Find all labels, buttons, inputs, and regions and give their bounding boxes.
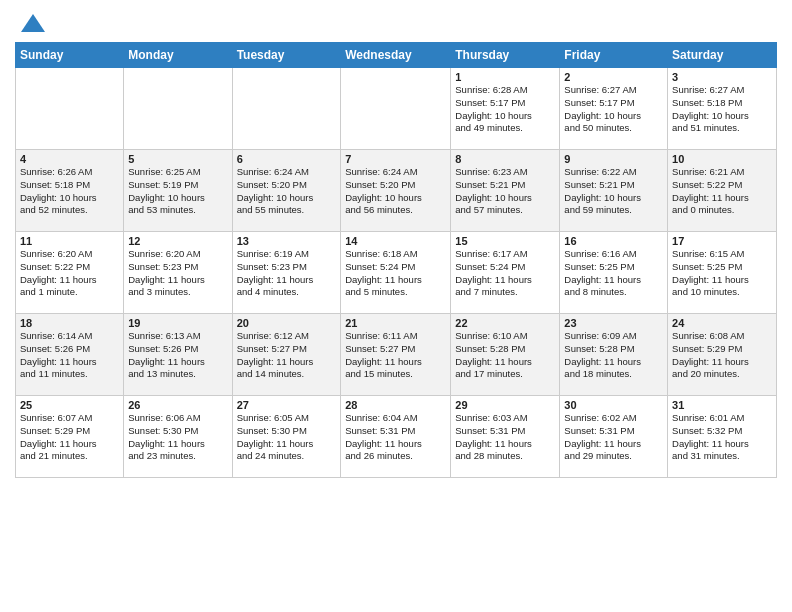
day-number: 15	[455, 235, 555, 247]
day-number: 17	[672, 235, 772, 247]
day-info: Sunrise: 6:03 AM Sunset: 5:31 PM Dayligh…	[455, 412, 555, 463]
day-number: 29	[455, 399, 555, 411]
weekday-header: Thursday	[451, 43, 560, 68]
day-info: Sunrise: 6:02 AM Sunset: 5:31 PM Dayligh…	[564, 412, 663, 463]
calendar-week-row: 18Sunrise: 6:14 AM Sunset: 5:26 PM Dayli…	[16, 314, 777, 396]
calendar-cell: 1Sunrise: 6:28 AM Sunset: 5:17 PM Daylig…	[451, 68, 560, 150]
calendar-cell: 8Sunrise: 6:23 AM Sunset: 5:21 PM Daylig…	[451, 150, 560, 232]
day-info: Sunrise: 6:09 AM Sunset: 5:28 PM Dayligh…	[564, 330, 663, 381]
day-number: 18	[20, 317, 119, 329]
day-number: 5	[128, 153, 227, 165]
logo-icon	[19, 10, 47, 38]
weekday-header: Wednesday	[341, 43, 451, 68]
calendar-cell: 31Sunrise: 6:01 AM Sunset: 5:32 PM Dayli…	[668, 396, 777, 478]
day-number: 24	[672, 317, 772, 329]
calendar-cell: 29Sunrise: 6:03 AM Sunset: 5:31 PM Dayli…	[451, 396, 560, 478]
day-number: 28	[345, 399, 446, 411]
day-number: 12	[128, 235, 227, 247]
calendar-cell: 2Sunrise: 6:27 AM Sunset: 5:17 PM Daylig…	[560, 68, 668, 150]
calendar-cell: 20Sunrise: 6:12 AM Sunset: 5:27 PM Dayli…	[232, 314, 341, 396]
day-number: 27	[237, 399, 337, 411]
svg-marker-0	[21, 14, 45, 32]
calendar-cell: 30Sunrise: 6:02 AM Sunset: 5:31 PM Dayli…	[560, 396, 668, 478]
day-number: 25	[20, 399, 119, 411]
day-number: 23	[564, 317, 663, 329]
weekday-header: Monday	[124, 43, 232, 68]
day-info: Sunrise: 6:24 AM Sunset: 5:20 PM Dayligh…	[237, 166, 337, 217]
calendar-cell: 10Sunrise: 6:21 AM Sunset: 5:22 PM Dayli…	[668, 150, 777, 232]
day-number: 21	[345, 317, 446, 329]
day-number: 10	[672, 153, 772, 165]
calendar-cell: 19Sunrise: 6:13 AM Sunset: 5:26 PM Dayli…	[124, 314, 232, 396]
weekday-header: Friday	[560, 43, 668, 68]
day-info: Sunrise: 6:06 AM Sunset: 5:30 PM Dayligh…	[128, 412, 227, 463]
calendar-cell: 21Sunrise: 6:11 AM Sunset: 5:27 PM Dayli…	[341, 314, 451, 396]
day-info: Sunrise: 6:11 AM Sunset: 5:27 PM Dayligh…	[345, 330, 446, 381]
calendar-cell: 17Sunrise: 6:15 AM Sunset: 5:25 PM Dayli…	[668, 232, 777, 314]
day-info: Sunrise: 6:20 AM Sunset: 5:23 PM Dayligh…	[128, 248, 227, 299]
day-info: Sunrise: 6:14 AM Sunset: 5:26 PM Dayligh…	[20, 330, 119, 381]
calendar-cell: 28Sunrise: 6:04 AM Sunset: 5:31 PM Dayli…	[341, 396, 451, 478]
calendar-week-row: 1Sunrise: 6:28 AM Sunset: 5:17 PM Daylig…	[16, 68, 777, 150]
calendar-cell: 5Sunrise: 6:25 AM Sunset: 5:19 PM Daylig…	[124, 150, 232, 232]
calendar-cell: 4Sunrise: 6:26 AM Sunset: 5:18 PM Daylig…	[16, 150, 124, 232]
weekday-header: Sunday	[16, 43, 124, 68]
day-info: Sunrise: 6:25 AM Sunset: 5:19 PM Dayligh…	[128, 166, 227, 217]
calendar-cell	[124, 68, 232, 150]
calendar-week-row: 25Sunrise: 6:07 AM Sunset: 5:29 PM Dayli…	[16, 396, 777, 478]
calendar-cell: 7Sunrise: 6:24 AM Sunset: 5:20 PM Daylig…	[341, 150, 451, 232]
day-info: Sunrise: 6:20 AM Sunset: 5:22 PM Dayligh…	[20, 248, 119, 299]
day-number: 20	[237, 317, 337, 329]
calendar-cell: 12Sunrise: 6:20 AM Sunset: 5:23 PM Dayli…	[124, 232, 232, 314]
calendar-cell: 27Sunrise: 6:05 AM Sunset: 5:30 PM Dayli…	[232, 396, 341, 478]
calendar-cell: 14Sunrise: 6:18 AM Sunset: 5:24 PM Dayli…	[341, 232, 451, 314]
logo	[15, 10, 47, 38]
day-info: Sunrise: 6:28 AM Sunset: 5:17 PM Dayligh…	[455, 84, 555, 135]
calendar-cell: 9Sunrise: 6:22 AM Sunset: 5:21 PM Daylig…	[560, 150, 668, 232]
calendar-cell: 23Sunrise: 6:09 AM Sunset: 5:28 PM Dayli…	[560, 314, 668, 396]
day-number: 14	[345, 235, 446, 247]
weekday-header: Tuesday	[232, 43, 341, 68]
day-number: 9	[564, 153, 663, 165]
day-info: Sunrise: 6:13 AM Sunset: 5:26 PM Dayligh…	[128, 330, 227, 381]
calendar-cell: 26Sunrise: 6:06 AM Sunset: 5:30 PM Dayli…	[124, 396, 232, 478]
day-info: Sunrise: 6:27 AM Sunset: 5:17 PM Dayligh…	[564, 84, 663, 135]
day-info: Sunrise: 6:26 AM Sunset: 5:18 PM Dayligh…	[20, 166, 119, 217]
calendar-cell: 24Sunrise: 6:08 AM Sunset: 5:29 PM Dayli…	[668, 314, 777, 396]
day-info: Sunrise: 6:24 AM Sunset: 5:20 PM Dayligh…	[345, 166, 446, 217]
day-number: 13	[237, 235, 337, 247]
day-number: 1	[455, 71, 555, 83]
calendar-cell	[232, 68, 341, 150]
day-number: 26	[128, 399, 227, 411]
calendar-cell: 16Sunrise: 6:16 AM Sunset: 5:25 PM Dayli…	[560, 232, 668, 314]
day-info: Sunrise: 6:08 AM Sunset: 5:29 PM Dayligh…	[672, 330, 772, 381]
header	[15, 10, 777, 38]
day-number: 31	[672, 399, 772, 411]
calendar-cell: 6Sunrise: 6:24 AM Sunset: 5:20 PM Daylig…	[232, 150, 341, 232]
day-number: 4	[20, 153, 119, 165]
day-info: Sunrise: 6:10 AM Sunset: 5:28 PM Dayligh…	[455, 330, 555, 381]
calendar-cell: 3Sunrise: 6:27 AM Sunset: 5:18 PM Daylig…	[668, 68, 777, 150]
day-info: Sunrise: 6:22 AM Sunset: 5:21 PM Dayligh…	[564, 166, 663, 217]
day-number: 11	[20, 235, 119, 247]
calendar-table: SundayMondayTuesdayWednesdayThursdayFrid…	[15, 42, 777, 478]
calendar-cell: 25Sunrise: 6:07 AM Sunset: 5:29 PM Dayli…	[16, 396, 124, 478]
day-info: Sunrise: 6:07 AM Sunset: 5:29 PM Dayligh…	[20, 412, 119, 463]
calendar-cell: 15Sunrise: 6:17 AM Sunset: 5:24 PM Dayli…	[451, 232, 560, 314]
day-info: Sunrise: 6:01 AM Sunset: 5:32 PM Dayligh…	[672, 412, 772, 463]
day-info: Sunrise: 6:04 AM Sunset: 5:31 PM Dayligh…	[345, 412, 446, 463]
day-info: Sunrise: 6:27 AM Sunset: 5:18 PM Dayligh…	[672, 84, 772, 135]
calendar-cell: 18Sunrise: 6:14 AM Sunset: 5:26 PM Dayli…	[16, 314, 124, 396]
calendar-cell	[16, 68, 124, 150]
day-info: Sunrise: 6:15 AM Sunset: 5:25 PM Dayligh…	[672, 248, 772, 299]
calendar-header-row: SundayMondayTuesdayWednesdayThursdayFrid…	[16, 43, 777, 68]
calendar-cell: 13Sunrise: 6:19 AM Sunset: 5:23 PM Dayli…	[232, 232, 341, 314]
day-info: Sunrise: 6:21 AM Sunset: 5:22 PM Dayligh…	[672, 166, 772, 217]
day-number: 8	[455, 153, 555, 165]
day-number: 3	[672, 71, 772, 83]
weekday-header: Saturday	[668, 43, 777, 68]
calendar-cell: 22Sunrise: 6:10 AM Sunset: 5:28 PM Dayli…	[451, 314, 560, 396]
day-info: Sunrise: 6:23 AM Sunset: 5:21 PM Dayligh…	[455, 166, 555, 217]
page-container: SundayMondayTuesdayWednesdayThursdayFrid…	[0, 0, 792, 486]
day-number: 22	[455, 317, 555, 329]
